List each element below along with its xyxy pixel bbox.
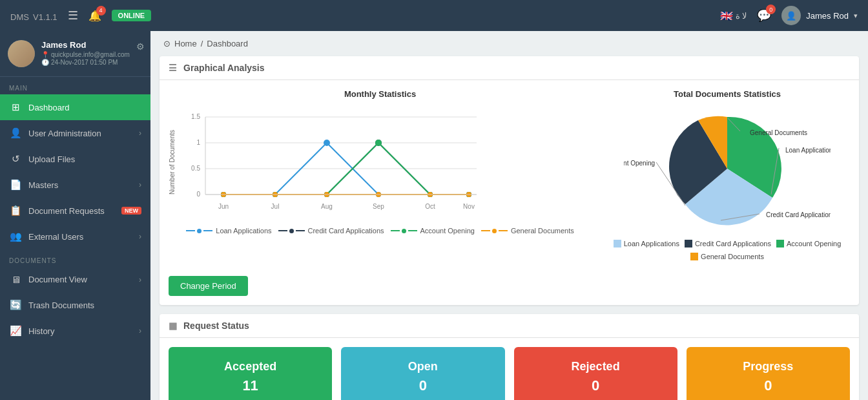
sidebar-user-info: James Rod 📍 quickpulse.info@gmail.com 🕐 … — [41, 40, 130, 66]
svg-text:Jul: Jul — [271, 203, 280, 210]
pie-legend-credit-label: Credit Card Applications — [695, 240, 771, 247]
chevron-right-icon: › — [139, 129, 141, 138]
legend-item-general: General Documents — [481, 227, 574, 235]
svg-text:1.5: 1.5 — [191, 113, 200, 120]
sidebar-item-label: Dashboard — [28, 103, 141, 112]
request-status-header: ▦ Request Status — [160, 314, 859, 338]
legend-loan-label: Loan Applications — [216, 227, 271, 235]
y-axis-label: Number of Documents — [169, 130, 176, 195]
pie-chart-area: Total Documents Statistics — [604, 89, 850, 260]
document-requests-icon: 📋 — [9, 205, 22, 216]
header-menu-icon: ☰ — [169, 63, 177, 73]
topbar: DMS V1.1.1 ☰ 🔔 4 ONLINE 🇬🇧 لا ة 💬 0 👤 Ja… — [0, 0, 868, 31]
open-label: Open — [354, 360, 491, 374]
app-version: V1.1.1 — [33, 12, 57, 22]
pie-chart-svg: General Documents Loan Applications Acco… — [624, 104, 831, 230]
sidebar-item-upload-files[interactable]: ↺ Upload Files — [0, 146, 150, 172]
sidebar-email: 📍 quickpulse.info@gmail.com — [41, 51, 130, 58]
chat-button[interactable]: 💬 0 — [757, 8, 771, 23]
pie-legend-general-label: General Documents — [701, 253, 764, 260]
line-chart-svg: 1.5 1 0.5 0 Jun Jul Aug Sep Oct Nov — [180, 104, 490, 220]
sidebar-item-document-requests[interactable]: 📋 Document Requests NEW — [0, 198, 150, 224]
topbar-right: 🇬🇧 لا ة 💬 0 👤 James Rod ▾ — [720, 6, 858, 25]
line-chart-legend: Loan Applications Credit Card Applicatio… — [169, 227, 592, 235]
sidebar-email-text: quickpulse.info@gmail.com — [51, 51, 130, 58]
accepted-value: 11 — [181, 377, 319, 394]
breadcrumb: ⊙ Home / Dashboard — [150, 31, 868, 56]
sidebar-item-dashboard[interactable]: ⊞ Dashboard — [0, 94, 150, 120]
main-content: ⊙ Home / Dashboard ☰ Graphical Analysis … — [150, 31, 868, 400]
pie-legend-general-color — [690, 253, 698, 260]
sidebar-item-history[interactable]: 📈 History › — [0, 318, 150, 344]
dashboard-icon: ⊞ — [9, 101, 22, 113]
clock-icon: 🕐 — [41, 59, 49, 66]
masters-icon: 📄 — [9, 179, 22, 191]
line-chart-title: Monthly Statistics — [169, 89, 592, 99]
hamburger-icon[interactable]: ☰ — [68, 8, 78, 23]
main-layout: James Rod 📍 quickpulse.info@gmail.com 🕐 … — [0, 31, 868, 400]
accepted-card[interactable]: Accepted 11 — [169, 347, 332, 400]
legend-credit-label: Credit Card Applications — [308, 227, 384, 235]
rejected-value: 0 — [527, 377, 665, 394]
svg-text:0: 0 — [196, 191, 200, 198]
svg-text:Sep: Sep — [373, 203, 384, 210]
app-name: DMS — [10, 12, 29, 22]
upload-icon: ↺ — [9, 153, 22, 165]
online-status: ONLINE — [112, 10, 152, 21]
user-dropdown-icon: ▾ — [854, 12, 858, 20]
chevron-right-icon: › — [139, 275, 141, 284]
pie-legend-credit-color — [685, 240, 692, 247]
sidebar-item-masters[interactable]: 📄 Masters › — [0, 172, 150, 198]
legend-item-account: Account Opening — [391, 227, 475, 235]
breadcrumb-separator: / — [201, 39, 203, 48]
sidebar-item-label: Masters — [28, 180, 132, 190]
svg-text:1: 1 — [196, 139, 200, 146]
sidebar-item-document-view[interactable]: 🖥 Document View › — [0, 267, 150, 292]
svg-text:Jun: Jun — [218, 203, 229, 210]
pie-legend-credit: Credit Card Applications — [685, 240, 771, 247]
breadcrumb-home[interactable]: Home — [174, 39, 197, 48]
chevron-right-icon: › — [139, 232, 141, 241]
accepted-label: Accepted — [181, 360, 319, 374]
rejected-card[interactable]: Rejected 0 — [514, 347, 677, 400]
graphical-analysis-body: Monthly Statistics Number of Documents — [160, 80, 859, 269]
pie-legend-account-color — [776, 240, 784, 247]
svg-point-29 — [375, 140, 382, 146]
request-status-card: ▦ Request Status Accepted 11 Open 0 Reje… — [160, 314, 859, 400]
sidebar-user-section: James Rod 📍 quickpulse.info@gmail.com 🕐 … — [0, 31, 150, 77]
change-period-button[interactable]: Change Period — [169, 276, 248, 296]
svg-text:Aug: Aug — [321, 203, 333, 210]
legend-general-label: General Documents — [511, 227, 574, 235]
svg-point-16 — [324, 140, 330, 146]
svg-text:General Documents: General Documents — [750, 129, 807, 136]
sidebar-datetime-text: 24-Nov-2017 01:50 PM — [51, 59, 118, 66]
document-view-icon: 🖥 — [9, 274, 22, 285]
line-chart-area: Monthly Statistics Number of Documents — [169, 89, 592, 235]
chart-container: Monthly Statistics Number of Documents — [169, 89, 850, 260]
settings-icon[interactable]: ⚙ — [136, 41, 145, 52]
location-icon: 📍 — [41, 51, 49, 58]
history-icon: 📈 — [9, 325, 22, 337]
sidebar-item-trash-documents[interactable]: 🔄 Trash Documents — [0, 292, 150, 318]
table-icon: ▦ — [169, 321, 177, 331]
svg-text:Account Opening: Account Opening — [624, 160, 655, 167]
bell-button[interactable]: 🔔 4 — [88, 10, 101, 22]
sidebar-main-label: MAIN — [0, 77, 150, 94]
sidebar-item-external-users[interactable]: 👥 External Users › — [0, 224, 150, 249]
user-menu[interactable]: 👤 James Rod ▾ — [781, 6, 858, 25]
graphical-analysis-title: Graphical Analysis — [183, 63, 265, 73]
trash-icon: 🔄 — [9, 299, 22, 311]
progress-value: 0 — [699, 377, 837, 394]
home-icon: ⊙ — [163, 39, 170, 48]
sidebar-documents-label: DOCUMENTS — [0, 249, 150, 267]
graphical-analysis-header: ☰ Graphical Analysis — [160, 56, 859, 80]
sidebar-avatar — [8, 40, 35, 67]
breadcrumb-current: Dashboard — [207, 39, 248, 48]
sidebar-item-label: Document Requests — [28, 206, 115, 216]
language-selector[interactable]: 🇬🇧 لا ة — [720, 10, 747, 22]
sidebar-item-user-administration[interactable]: 👤 User Administration › — [0, 120, 150, 146]
open-card[interactable]: Open 0 — [341, 347, 504, 400]
avatar: 👤 — [781, 6, 801, 25]
progress-card[interactable]: Progress 0 — [687, 347, 850, 400]
svg-text:Oct: Oct — [425, 203, 435, 210]
